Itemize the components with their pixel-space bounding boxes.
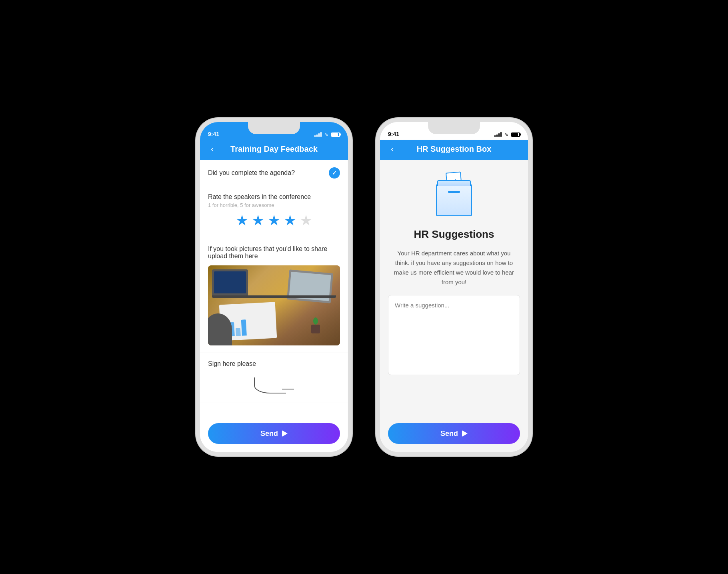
photo-section: If you took pictures that you'd like to … <box>200 238 348 353</box>
star-5[interactable]: ★ <box>300 212 312 229</box>
send-arrow-icon-2 <box>462 430 468 437</box>
send-label-1: Send <box>260 429 278 438</box>
signal-icon-2 <box>494 132 502 137</box>
hr-suggestions-title: HR Suggestions <box>414 228 494 241</box>
signature-stroke-1 <box>254 377 286 393</box>
status-icons-1: ∿ <box>314 132 340 137</box>
send-button-2[interactable]: Send <box>388 423 520 444</box>
page-title-1: Training Day Feedback <box>230 145 318 154</box>
signature-section: Sign here please <box>200 353 348 403</box>
signature-area[interactable] <box>208 367 340 395</box>
hr-description-text: Your HR department cares about what you … <box>388 249 520 287</box>
rating-sublabel: 1 for horrible, 5 for awesome <box>208 202 340 208</box>
phone-training-feedback: 9:41 ∿ ‹ Training Day Feedback Did you c… <box>196 118 352 456</box>
star-4[interactable]: ★ <box>284 212 296 229</box>
battery-icon-2 <box>511 132 520 137</box>
send-arrow-icon-1 <box>282 430 288 437</box>
battery-icon-1 <box>331 132 340 137</box>
nav-header-1: ‹ Training Day Feedback <box>200 140 348 160</box>
stars-row[interactable]: ★ ★ ★ ★ ★ <box>208 208 340 231</box>
status-icons-2: ∿ <box>494 132 520 137</box>
ballot-slot <box>448 191 460 193</box>
photo-label: If you took pictures that you'd like to … <box>208 245 327 259</box>
send-button-1[interactable]: Send <box>208 423 340 444</box>
phone-notch <box>248 122 300 134</box>
signature-label: Sign here please <box>208 360 256 367</box>
signal-icon-1 <box>314 132 322 137</box>
wifi-icon-2: ∿ <box>504 132 508 137</box>
phone-footer-1: Send <box>200 418 348 452</box>
agenda-section: Did you complete the agenda? <box>200 160 348 186</box>
wifi-icon-1: ∿ <box>324 132 328 137</box>
suggestion-textarea[interactable] <box>388 295 520 375</box>
star-1[interactable]: ★ <box>236 212 248 229</box>
hr-content: ✓ HR Suggestions Your HR department care… <box>380 160 528 418</box>
ballot-box <box>436 184 472 216</box>
phone-hr-suggestion: 9:41 ∿ ‹ HR Suggestion Box ✓ <box>376 118 532 456</box>
desk-photo <box>208 265 340 345</box>
star-3[interactable]: ★ <box>268 212 280 229</box>
ballot-box-icon: ✓ <box>430 172 478 216</box>
phone-notch-2 <box>428 122 480 134</box>
star-2[interactable]: ★ <box>252 212 264 229</box>
rating-section: Rate the speakers in the conference 1 fo… <box>200 186 348 238</box>
status-time-2: 9:41 <box>388 131 399 137</box>
form-content-1: Did you complete the agenda? Rate the sp… <box>200 160 348 418</box>
agenda-label: Did you complete the agenda? <box>208 169 295 177</box>
phone-footer-2: Send <box>380 418 528 452</box>
back-button-2[interactable]: ‹ <box>386 143 398 155</box>
agenda-row: Did you complete the agenda? <box>208 167 340 179</box>
status-time-1: 9:41 <box>208 131 219 137</box>
rating-label: Rate the speakers in the conference <box>208 193 311 200</box>
back-button-1[interactable]: ‹ <box>206 143 218 155</box>
upload-image[interactable] <box>208 265 340 345</box>
nav-header-2: ‹ HR Suggestion Box <box>380 140 528 160</box>
send-label-2: Send <box>440 429 458 438</box>
agenda-checkbox[interactable] <box>329 167 340 179</box>
page-title-2: HR Suggestion Box <box>417 145 492 154</box>
signature-stroke-2 <box>282 379 294 389</box>
